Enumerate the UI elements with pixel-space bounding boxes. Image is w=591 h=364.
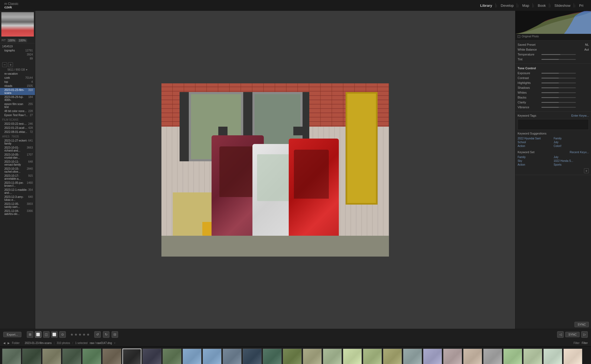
star-5[interactable]: ★ <box>86 332 90 337</box>
zoom-max-btn[interactable]: 100% <box>18 39 27 42</box>
temperature-track[interactable] <box>541 54 576 55</box>
filmstrip-thumb-12[interactable] <box>223 349 242 364</box>
coll-amy[interactable]: 2023-12-3-amy-lukac-e... 640 <box>0 195 35 202</box>
filmstrip-thumb-25[interactable] <box>483 349 502 364</box>
loupe-view-btn[interactable]: ⬜ <box>35 331 41 338</box>
star-3[interactable]: ★ <box>78 332 82 337</box>
sync-button[interactable]: SYNC <box>574 322 589 327</box>
filmstrip-thumb-5[interactable] <box>82 349 101 364</box>
collection-label2[interactable]: 3924 <box>0 53 35 57</box>
coll-joe-brown[interactable]: 2023-11-05-joe-brown-f... 1460 <box>0 181 35 188</box>
coll-epson-test[interactable]: epson film scan test 255 <box>0 102 35 109</box>
saved-preset-value[interactable]: NL <box>585 43 589 46</box>
coll-annelable[interactable]: 2023-10-17-annelable-a... 915 <box>0 174 35 181</box>
nav-fwd-btn[interactable]: ▶ <box>8 342 10 345</box>
filmstrip-thumb-29[interactable] <box>563 349 582 364</box>
folder-path[interactable]: 2023-01-23-film-scans <box>25 342 52 345</box>
filmstrip-thumb-7[interactable] <box>122 349 141 364</box>
kws-family[interactable]: Family <box>518 156 553 159</box>
filmstrip-thumb-13[interactable] <box>243 349 262 364</box>
add-collection-btn[interactable]: + <box>8 62 13 67</box>
grid-view-btn[interactable]: ⊞ <box>27 331 33 338</box>
filmstrip-thumb-26[interactable] <box>503 349 522 364</box>
filmstrip-thumb-16[interactable] <box>303 349 322 364</box>
sync-btn-toolbar[interactable]: SYNC <box>565 332 580 337</box>
filmstrip-thumb-9[interactable] <box>163 349 181 364</box>
filmstrip-thumb-28[interactable] <box>543 349 562 364</box>
coll-acaf[interactable]: 2022-01-23-acaf-... 428 <box>0 126 35 130</box>
people-view-btn[interactable]: ⊙ <box>59 331 66 338</box>
clarity-track[interactable] <box>541 102 576 103</box>
coll-epson-raw[interactable]: Epson Test Raw f... 27 <box>0 113 35 117</box>
shadows-track[interactable] <box>541 87 576 88</box>
filmstrip-thumb-17[interactable] <box>323 349 342 364</box>
filmstrip-thumb-20[interactable] <box>383 349 402 364</box>
filmstrip-thumb-24[interactable] <box>463 349 482 364</box>
survey-view-btn[interactable]: ⬜ <box>51 331 58 338</box>
coll-aatvfzu[interactable]: 2021-12-04-aatvfzu-ski... 3366 <box>0 209 35 216</box>
kws-sports[interactable]: Sports <box>554 163 589 166</box>
nav-map[interactable]: Map <box>519 4 532 8</box>
filmstrip-thumb-1[interactable] <box>2 349 21 364</box>
coll-nloads[interactable]: nloads 1505 <box>0 84 35 88</box>
collection-tographs[interactable]: tographs 12791 <box>0 48 35 53</box>
filmstrip-thumb-6[interactable] <box>102 349 121 364</box>
zoom-fit-btn[interactable]: 100% <box>7 39 17 42</box>
blacks-track[interactable] <box>541 97 576 98</box>
kw-hyundai[interactable]: 2022 Hyundai Sant <box>518 137 553 140</box>
whites-track[interactable] <box>541 92 576 93</box>
kws-july[interactable]: July <box>554 156 589 159</box>
orig-checkbox[interactable] <box>518 35 520 38</box>
nav-library[interactable]: Library <box>477 4 496 8</box>
filmstrip-thumb-4[interactable] <box>62 349 81 364</box>
coll-richard[interactable]: 2023-10-01-richard-and... 3663 <box>0 146 35 153</box>
filmstrip-thumb-18[interactable] <box>343 349 362 364</box>
filmstrip-thumb-11[interactable] <box>203 349 222 364</box>
filter-value[interactable]: Filter <box>582 342 588 345</box>
right-panel-toggle[interactable]: ▷ <box>581 331 588 338</box>
nav-slideshow[interactable]: Slideshow <box>551 4 574 8</box>
coll-48bit[interactable]: 48 bit color none... 228 <box>0 109 35 113</box>
filmstrip-thumb-23[interactable] <box>443 349 462 364</box>
filmstrip-thumb-8[interactable] <box>142 349 161 364</box>
coll-film-test[interactable]: 2022-03-22-test-... 246 <box>0 122 35 126</box>
export-button[interactable]: Export... <box>3 332 21 337</box>
vibrance-track[interactable] <box>541 107 576 108</box>
coll-czek[interactable]: czek 70144 <box>0 76 35 80</box>
kw-school[interactable]: School <box>518 141 553 144</box>
star-4[interactable]: ★ <box>82 332 86 337</box>
nav-book[interactable]: Book <box>534 4 549 8</box>
kw-colori[interactable]: Colori! <box>554 145 589 147</box>
kw-family[interactable]: Family <box>554 137 589 140</box>
filmstrip-thumb-15[interactable] <box>283 349 302 364</box>
coll-2023-film-scans[interactable]: 2023-01-23-film-scans 310 <box>0 88 35 95</box>
filmstrip-thumb-14[interactable] <box>263 349 282 364</box>
star-2[interactable]: ★ <box>74 332 78 337</box>
highlights-track[interactable] <box>541 83 576 83</box>
crop-overlay-btn[interactable]: ⊟ <box>112 331 118 338</box>
kws-sky[interactable]: Sky <box>518 159 553 162</box>
contrast-track[interactable] <box>541 78 576 78</box>
coll-sandy[interactable]: 2023-12-05-sandy-sam... 3003 <box>0 202 35 209</box>
filmstrip-thumb-10[interactable] <box>183 349 202 364</box>
coll-versaci[interactable]: 2023-10-11-versaci-family 648 <box>0 160 35 167</box>
nav-back-btn[interactable]: ◀ <box>3 342 5 345</box>
filmstrip-thumb-2[interactable] <box>22 349 41 364</box>
collection-label3[interactable]: 89 <box>0 57 35 61</box>
recent-keywords-btn[interactable]: Recent Keyv... <box>570 150 589 154</box>
keyword-add-btn[interactable]: + <box>584 168 589 173</box>
rotate-cw-btn[interactable]: ↻ <box>103 331 109 338</box>
kw-july[interactable]: July <box>554 141 589 144</box>
filmstrip-thumb-3[interactable] <box>42 349 61 364</box>
nav-develop[interactable]: Develop <box>498 4 517 8</box>
white-balance-value[interactable]: Aut <box>584 48 589 51</box>
tint-track[interactable] <box>541 59 576 60</box>
compare-view-btn[interactable]: ◫ <box>43 331 50 338</box>
remove-collection-btn[interactable]: − <box>2 62 7 67</box>
coll-top[interactable]: top 4 <box>0 80 35 84</box>
original-photo-checkbox[interactable]: Original Photo <box>518 35 539 38</box>
rotate-ccw-btn[interactable]: ↺ <box>94 331 101 338</box>
filmstrip-thumb-21[interactable] <box>403 349 422 364</box>
filmstrip-thumb-22[interactable] <box>423 349 442 364</box>
coll-fuji[interactable]: 2023-06-29-fuji-400h- 184 <box>0 95 35 102</box>
